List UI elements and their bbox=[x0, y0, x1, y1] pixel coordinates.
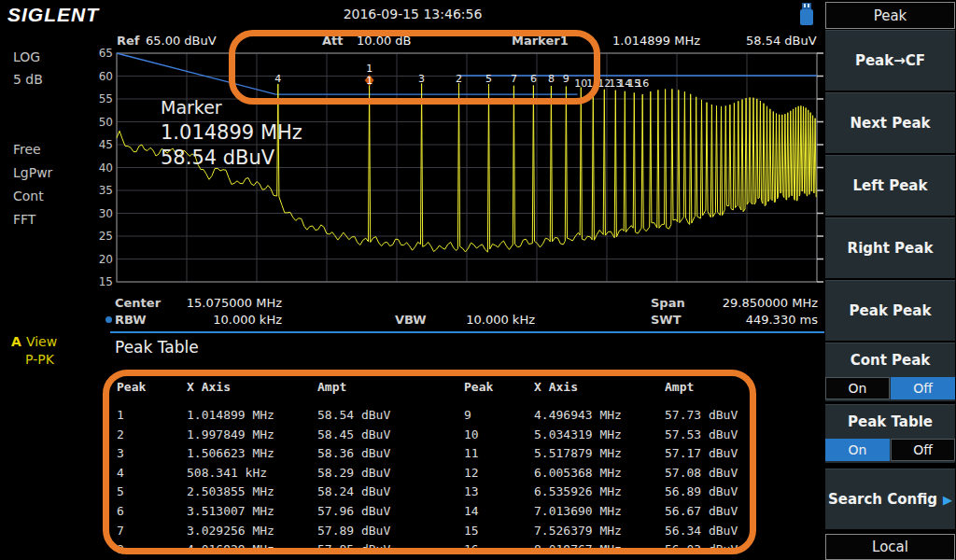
usb-icon-body bbox=[800, 9, 813, 25]
svg-text:16: 16 bbox=[636, 77, 649, 90]
sidebar-amp-scale-type: LOG bbox=[13, 49, 40, 64]
ref-label: Ref bbox=[117, 34, 139, 48]
peak-table-toggle-label: Peak Table bbox=[848, 413, 933, 430]
y-tick-label: 25 bbox=[85, 230, 113, 243]
y-tick-label: 45 bbox=[85, 138, 113, 151]
sidebar-trigger-free: Free bbox=[13, 142, 41, 157]
peak-peak-button[interactable]: Peak Peak bbox=[825, 280, 955, 341]
search-config-label: Search Config bbox=[828, 491, 937, 508]
y-axis-ticks: 6560555045403530252015 bbox=[85, 47, 113, 289]
ref-value: 65.00 dBuV bbox=[146, 34, 217, 48]
left-peak-button[interactable]: Left Peak bbox=[825, 155, 955, 216]
sidebar-lgpwr: LgPwr bbox=[13, 165, 52, 180]
marker1-freq: 1.014899 MHz bbox=[612, 34, 700, 48]
trace-detector: P-PK bbox=[25, 352, 54, 367]
y-tick-label: 50 bbox=[85, 116, 113, 129]
datetime: 2016-09-15 13:46:56 bbox=[0, 7, 825, 21]
cont-peak-label: Cont Peak bbox=[851, 352, 931, 369]
y-tick-label: 15 bbox=[85, 275, 113, 288]
rbw-coupled-dot-icon bbox=[105, 316, 112, 323]
peak-to-cf-button[interactable]: Peak→CF bbox=[825, 30, 955, 91]
y-tick-label: 20 bbox=[85, 253, 113, 266]
sidebar-fft-mode: FFT bbox=[13, 212, 35, 227]
swt-value: 449.330 ms bbox=[685, 313, 818, 327]
rbw-label: RBW bbox=[115, 313, 147, 327]
section-divider bbox=[110, 331, 824, 333]
marker-readout-ampl: 58.54 dBuV bbox=[161, 147, 274, 169]
usb-icon-pin bbox=[804, 4, 806, 7]
annotation-peak-table-area bbox=[103, 370, 756, 554]
peak-table-off-toggle[interactable]: Off bbox=[891, 439, 955, 461]
vbw-value: 10.000 kHz bbox=[420, 313, 535, 327]
y-tick-label: 40 bbox=[85, 161, 113, 175]
y-tick-label: 30 bbox=[85, 207, 113, 220]
annotation-marker-area bbox=[229, 30, 600, 105]
next-peak-button[interactable]: Next Peak bbox=[825, 92, 955, 153]
y-tick-label: 65 bbox=[85, 47, 113, 60]
trace-mode: View bbox=[26, 334, 57, 349]
span-label: Span bbox=[651, 296, 685, 310]
trace-letter: A bbox=[11, 334, 21, 349]
peak-table-title: Peak Table bbox=[115, 338, 199, 357]
peak-table-on-toggle[interactable]: On bbox=[825, 439, 890, 461]
swt-label: SWT bbox=[651, 313, 682, 327]
y-tick-label: 55 bbox=[85, 92, 113, 105]
cont-peak-on-toggle[interactable]: On bbox=[825, 377, 890, 399]
usb-icon-pin bbox=[808, 4, 809, 7]
y-tick-label: 60 bbox=[85, 70, 113, 83]
y-tick-label: 35 bbox=[85, 184, 113, 197]
search-config-button[interactable]: Search Config ▶ bbox=[825, 469, 955, 529]
marker-readout-title: Marker bbox=[161, 97, 222, 118]
span-value: 29.850000 MHz bbox=[685, 296, 818, 310]
cont-peak-off-toggle[interactable]: Off bbox=[891, 377, 955, 399]
sidebar-scale-per-div: 5 dB bbox=[13, 72, 43, 87]
rbw-value: 10.000 kHz bbox=[149, 313, 282, 327]
right-peak-button[interactable]: Right Peak bbox=[825, 217, 955, 278]
menu-title: Peak bbox=[825, 2, 955, 29]
sidebar-sweep-cont: Cont bbox=[13, 189, 44, 203]
submenu-arrow-icon: ▶ bbox=[943, 493, 952, 507]
trace-indicator: A View bbox=[11, 332, 57, 350]
spectrum-analyzer-screen: SIGLENT 2016-09-15 13:46:56 LOG 5 dB Fre… bbox=[0, 0, 956, 560]
center-value: 15.075000 MHz bbox=[149, 296, 282, 310]
marker1-ampl: 58.54 dBuV bbox=[746, 34, 817, 48]
marker-readout-freq: 1.014899 MHz bbox=[161, 121, 302, 144]
local-button[interactable]: Local bbox=[825, 534, 955, 560]
